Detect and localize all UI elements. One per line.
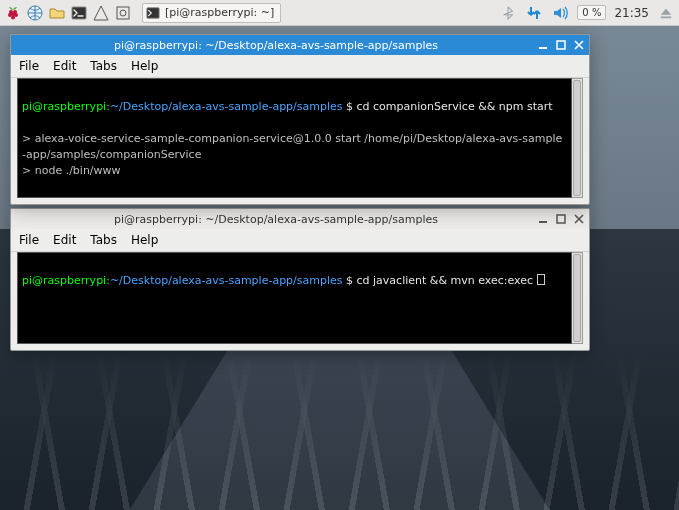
- scrollbar[interactable]: [572, 78, 583, 198]
- prompt-user: pi@raspberrypi: [22, 274, 106, 287]
- prompt-path: ~/Desktop/alexa-avs-sample-app/samples: [110, 274, 343, 287]
- close-button[interactable]: [573, 213, 585, 225]
- volume-icon[interactable]: [551, 4, 569, 22]
- cpu-usage[interactable]: 0 %: [577, 5, 606, 20]
- svg-rect-8: [117, 7, 129, 19]
- maximize-button[interactable]: [555, 213, 567, 225]
- prompt-user: pi@raspberrypi: [22, 100, 106, 113]
- menu-edit[interactable]: Edit: [53, 233, 76, 247]
- svg-rect-11: [661, 16, 672, 18]
- file-manager-icon[interactable]: [48, 4, 66, 22]
- network-icon[interactable]: [525, 4, 543, 22]
- prompt-cmd: cd companionService && npm start: [357, 100, 553, 113]
- window-title: pi@raspberrypi: ~/Desktop/alexa-avs-samp…: [15, 39, 537, 52]
- titlebar[interactable]: pi@raspberrypi: ~/Desktop/alexa-avs-samp…: [11, 209, 589, 229]
- svg-rect-15: [557, 215, 565, 223]
- window-title: pi@raspberrypi: ~/Desktop/alexa-avs-samp…: [15, 213, 537, 226]
- bluetooth-icon[interactable]: [499, 4, 517, 22]
- minimize-button[interactable]: [537, 39, 549, 51]
- maximize-button[interactable]: [555, 39, 567, 51]
- log-line: > node ./bin/www: [22, 164, 121, 177]
- scrollbar-thumb[interactable]: [573, 80, 581, 196]
- log-line: This node service needs to be running to…: [22, 196, 560, 198]
- eject-icon[interactable]: [657, 4, 675, 22]
- svg-rect-13: [557, 41, 565, 49]
- close-button[interactable]: [573, 39, 585, 51]
- svg-point-4: [11, 12, 15, 16]
- minimize-button[interactable]: [537, 213, 549, 225]
- menu-file[interactable]: File: [19, 59, 39, 73]
- titlebar[interactable]: pi@raspberrypi: ~/Desktop/alexa-avs-samp…: [11, 35, 589, 55]
- menu-tabs[interactable]: Tabs: [90, 233, 117, 247]
- log-line: > alexa-voice-service-sample-companion-s…: [22, 132, 562, 161]
- prompt-path: ~/Desktop/alexa-avs-sample-app/samples: [110, 100, 343, 113]
- menu-file[interactable]: File: [19, 233, 39, 247]
- app-icon-1[interactable]: [92, 4, 110, 22]
- cursor-icon: [537, 274, 545, 285]
- prompt-cmd: cd javaclient && mvn exec:exec: [357, 274, 533, 287]
- svg-rect-7: [72, 7, 86, 19]
- terminal-window-1[interactable]: pi@raspberrypi: ~/Desktop/alexa-avs-samp…: [10, 34, 590, 205]
- app-icon-2[interactable]: [114, 4, 132, 22]
- system-tray: 0 % 21:35: [499, 4, 675, 22]
- terminal-launcher-icon[interactable]: [70, 4, 88, 22]
- svg-rect-12: [539, 47, 547, 49]
- menu-help[interactable]: Help: [131, 233, 158, 247]
- top-panel: [pi@raspberrypi: ~] 0 % 21:35: [0, 0, 679, 26]
- raspberry-menu-icon[interactable]: [4, 4, 22, 22]
- menubar: File Edit Tabs Help: [11, 229, 589, 252]
- svg-rect-14: [539, 221, 547, 223]
- menu-tabs[interactable]: Tabs: [90, 59, 117, 73]
- terminal-window-2[interactable]: pi@raspberrypi: ~/Desktop/alexa-avs-samp…: [10, 208, 590, 351]
- svg-point-5: [11, 15, 15, 19]
- clock[interactable]: 21:35: [614, 6, 649, 20]
- web-browser-icon[interactable]: [26, 4, 44, 22]
- terminal-output[interactable]: pi@raspberrypi:~/Desktop/alexa-avs-sampl…: [17, 78, 572, 198]
- svg-rect-10: [147, 7, 159, 18]
- taskbar-item-label: [pi@raspberrypi: ~]: [165, 6, 274, 19]
- terminal-output[interactable]: pi@raspberrypi:~/Desktop/alexa-avs-sampl…: [17, 252, 572, 344]
- menu-edit[interactable]: Edit: [53, 59, 76, 73]
- svg-point-9: [120, 10, 126, 16]
- taskbar-item-terminal[interactable]: [pi@raspberrypi: ~]: [142, 3, 281, 23]
- scrollbar[interactable]: [572, 252, 583, 344]
- scrollbar-thumb[interactable]: [573, 254, 581, 342]
- menubar: File Edit Tabs Help: [11, 55, 589, 78]
- menu-help[interactable]: Help: [131, 59, 158, 73]
- terminal-task-icon: [145, 5, 161, 21]
